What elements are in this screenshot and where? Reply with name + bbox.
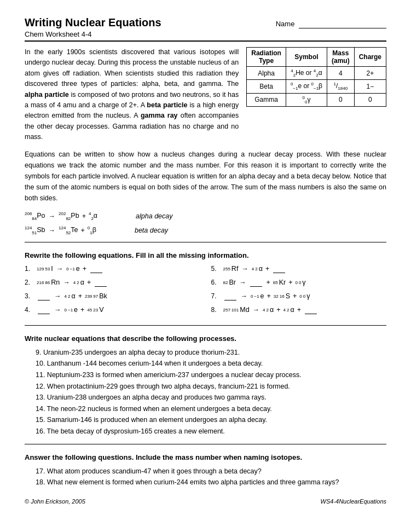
blank-8[interactable] [305, 306, 317, 314]
word-problem-12: 12. When protactinium-229 goes through t… [36, 381, 386, 392]
question-17: 17. What atom produces scandium-47 when … [36, 466, 386, 477]
header: Writing Nuclear Equations Chem Worksheet… [25, 16, 386, 38]
pb-nuclide: 20282Pb [59, 211, 79, 221]
page-title: Writing Nuclear Equations [25, 16, 161, 29]
title-block: Writing Nuclear Equations Chem Worksheet… [25, 16, 161, 38]
beta-decay-formula: 12451Sb → 12452Te + 01β [25, 225, 96, 235]
blank-2[interactable] [95, 279, 107, 287]
section-divider-3 [25, 444, 386, 444]
problem-1: 1. 12953I → 0−1e + [25, 264, 200, 274]
word-problem-15: 15. Samarium-146 is produced when an ele… [36, 414, 386, 426]
radiation-table-container: RadiationType Symbol Mass(amu) Charge Al… [246, 47, 386, 142]
equations-section: Equations can be written to show how a n… [25, 149, 386, 204]
copyright: © John Erickson, 2005 [25, 498, 85, 505]
beta-label: beta decay [135, 227, 168, 234]
table-row-alpha: Alpha 42He or 42α 4 2+ [247, 67, 386, 80]
example-equations: 20684Po → 20282Pb + 42α alpha decay 1245… [25, 211, 386, 235]
word-problems-list: 9. Uranium-235 undergoes an alpha decay … [25, 347, 386, 437]
name-label: Name [276, 20, 295, 28]
questions-section: 17. What atom produces scandium-47 when … [25, 466, 386, 488]
footer: © John Erickson, 2005 WS4-4NuclearEquati… [25, 498, 386, 505]
col-mass: Mass(amu) [327, 48, 354, 67]
intro-section: In the early 1900s scientists discovered… [25, 47, 386, 142]
top-divider [25, 41, 386, 42]
problem-4: 4. → 0−1e + 4523V [25, 305, 200, 315]
te-nuclide: 12452Te [59, 225, 78, 235]
alpha-decay-formula: 20684Po → 20282Pb + 42α [25, 211, 97, 221]
word-problem-10: 10. Lanthanum -144 becomes cerium-144 wh… [36, 358, 386, 369]
beta-particle: 01β [88, 225, 96, 235]
blank-5[interactable] [273, 265, 285, 273]
col-symbol: Symbol [286, 48, 327, 67]
col-charge: Charge [354, 48, 386, 67]
subtitle: Chem Worksheet 4-4 [25, 30, 161, 38]
word-problem-11: 11. Neptunium-233 is formed when americi… [36, 369, 386, 381]
table-row-beta: Beta 0−1e or 0−1β 1/1840 1− [247, 80, 386, 93]
problem-3: 3. → 42α + 23997Bk [25, 291, 200, 302]
word-problem-14: 14. The neon-22 nucleus is formed when a… [36, 403, 386, 415]
blank-3[interactable] [38, 292, 50, 300]
worksheet-id: WS4-4NuclearEquations [321, 498, 386, 505]
beta-decay-example: 12451Sb → 12452Te + 01β beta decay [25, 225, 386, 235]
radiation-table: RadiationType Symbol Mass(amu) Charge Al… [246, 47, 386, 107]
blank-6[interactable] [250, 279, 262, 287]
section-divider-2 [25, 325, 386, 326]
word-problem-16: 16. The beta decay of dysprosium-165 cre… [36, 426, 386, 437]
alpha-particle: 42α [89, 211, 97, 221]
problem-2: 2. 21686Rn → 42α + [25, 277, 200, 288]
blank-1[interactable] [90, 265, 102, 273]
name-line [299, 20, 386, 28]
table-row-gamma: Gamma 00γ 0 0 [247, 93, 386, 106]
alpha-label: alpha decay [136, 212, 172, 220]
word-problems: 9. Uranium-235 undergoes an alpha decay … [25, 347, 386, 437]
blank-4[interactable] [38, 306, 50, 314]
word-problem-13: 13. Uranium-238 undergoes an alpha decay… [36, 392, 386, 403]
sb-nuclide: 12451Sb [25, 225, 45, 235]
questions-list: 17. What atom produces scandium-47 when … [25, 466, 386, 488]
alpha-decay-example: 20684Po → 20282Pb + 42α alpha decay [25, 211, 386, 221]
col-radiation-type: RadiationType [247, 48, 286, 67]
word-problem-9: 9. Uranium-235 undergoes an alpha decay … [36, 347, 386, 358]
name-field: Name [276, 16, 386, 28]
section-divider-1 [25, 242, 386, 242]
intro-text: In the early 1900s scientists discovered… [25, 47, 239, 142]
problem-8: 8. 257101Md → 42α + 42α + [211, 305, 387, 315]
po-nuclide: 20684Po [25, 211, 45, 221]
problem-7: 7. → 0−1e + 3216S + 00γ [211, 291, 387, 302]
section2-title: Write nuclear equations that describe th… [25, 334, 386, 343]
section1-title: Rewrite the following equations. Fill in… [25, 251, 386, 259]
blank-7[interactable] [224, 292, 236, 300]
question-18: 18. What new element is formed when curi… [36, 477, 386, 488]
section3-title: Answer the following questions. Include … [25, 453, 386, 461]
problem-6: 6. 82Br → + 85Kr + 00γ [211, 277, 387, 288]
problems-grid: 1. 12953I → 0−1e + 5. 255Rf → 42α + 2. 2… [25, 264, 386, 315]
problem-5: 5. 255Rf → 42α + [211, 264, 387, 274]
